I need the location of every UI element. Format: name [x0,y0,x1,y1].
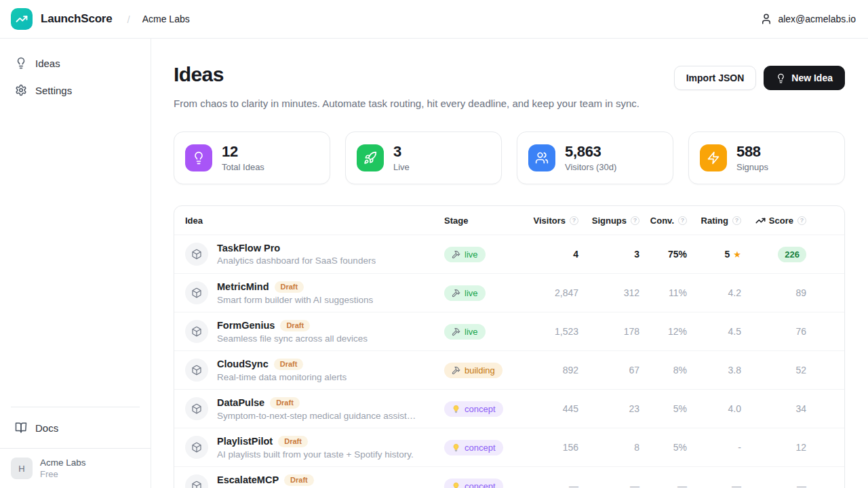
account-menu[interactable]: alex@acmelabs.io [760,13,856,25]
cell-rating: 3.8 [687,365,741,375]
idea-description: Symptom-to-next-step medical guidance as… [217,411,416,421]
user-email: alex@acmelabs.io [778,14,856,24]
help-icon[interactable]: ? [678,216,687,225]
stat-value: 588 [736,144,768,160]
cell-signups: 23 [578,403,639,414]
stage-badge: live [444,324,486,340]
table-row[interactable]: TaskFlow Pro Analytics dashboard for Saa… [174,235,844,273]
help-icon[interactable]: ? [631,216,639,225]
sidebar-item-label: Docs [35,422,58,434]
stat-icon-box [700,144,727,171]
cell-score: 89 [741,287,806,298]
breadcrumb-separator: / [127,14,130,25]
column-header-score: Score? [741,216,806,226]
import-json-button[interactable]: Import JSON [674,66,757,90]
cell-rating: - [687,442,741,453]
stat-value: 3 [393,144,410,160]
sidebar-item-label: Settings [35,85,72,96]
cell-score: 76 [741,326,806,337]
cell-conv: 11% [639,287,687,298]
draft-badge: Draft [278,436,308,447]
draft-badge: Draft [275,281,304,293]
idea-name: TaskFlow Pro [217,243,280,253]
app-logo[interactable] [11,8,33,30]
stat-icon [192,151,205,165]
stat-icon [535,151,549,165]
stage-badge: concept [444,401,503,417]
top-bar: LaunchScore / Acme Labs alex@acmelabs.io [0,0,868,39]
cell-signups: 3 [578,249,639,260]
idea-name: PlaylistPilot [217,436,273,447]
cell-score: 34 [741,403,806,414]
star-icon: ★ [733,249,741,260]
stage-icon [452,366,460,375]
score-value: 34 [795,403,806,414]
help-icon[interactable]: ? [797,216,806,225]
table-row[interactable]: DataPulse Draft Symptom-to-next-step med… [174,389,844,428]
stage-label: concept [465,481,496,488]
idea-description: AI playlists built from your taste + Spo… [217,449,414,460]
breadcrumb-workspace[interactable]: Acme Labs [142,14,190,24]
score-value: 226 [778,247,806,262]
draft-badge: Draft [280,320,310,331]
table-row[interactable]: PlaylistPilot Draft AI playlists built f… [174,428,844,466]
stage-icon [452,250,460,259]
cell-conv: 75% [639,249,687,260]
score-value: 12 [795,442,806,453]
column-header-visitors: Visitors? [517,216,578,226]
org-plan-badge: Free [40,469,86,479]
cell-score: — [741,481,806,488]
stage-label: live [465,288,478,298]
stat-card: 5,863 Visitors (30d) [517,131,673,184]
idea-name: FormGenius [217,320,275,331]
rating-value: 3.8 [728,365,741,375]
cell-visitors: 1,523 [517,326,578,337]
stat-card: 588 Signups [688,131,845,184]
page-title: Ideas [174,63,224,86]
stage-label: live [465,327,478,337]
trending-up-icon [16,13,28,25]
stage-icon [452,327,460,336]
cell-rating: 4.2 [687,287,741,298]
lightbulb-icon [15,57,27,69]
cell-visitors: — [517,481,578,488]
stat-icon [363,151,377,165]
column-header-stage: Stage [444,216,517,226]
new-idea-label: New Idea [791,73,833,83]
column-header-rating: Rating? [687,216,741,226]
sidebar-item-settings[interactable]: Settings [8,78,142,102]
cell-signups: 178 [578,326,639,337]
stage-badge: live [444,247,486,262]
package-icon [185,281,208,304]
cell-visitors: 4 [517,249,578,260]
column-header-conv: Conv.? [639,216,687,226]
stat-label: Signups [736,162,768,172]
table-row[interactable]: EscalateMCP Draft Escalate unsolved codi… [174,466,844,488]
sidebar: Ideas Settings Docs H Acme Labs Free [0,39,151,488]
score-value: — [797,481,806,488]
stat-value: 12 [222,144,264,160]
idea-description: Real-time data monitoring alerts [217,372,347,382]
org-switcher[interactable]: H Acme Labs Free [0,448,151,488]
cell-score: 12 [741,442,806,453]
stage-label: building [465,365,495,375]
table-row[interactable]: MetricMind Draft Smart form builder with… [174,273,844,312]
help-icon[interactable]: ? [570,216,578,225]
package-icon [185,320,208,343]
draft-badge: Draft [284,474,314,486]
stage-badge: concept [444,479,503,488]
help-icon[interactable]: ? [732,216,741,225]
cell-visitors: 2,847 [517,287,578,298]
stage-icon [452,289,460,298]
sidebar-item-docs[interactable]: Docs [8,415,142,440]
score-value: 76 [795,326,806,337]
table-row[interactable]: FormGenius Draft Seamless file sync acro… [174,312,844,350]
stage-icon [452,482,460,488]
new-idea-button[interactable]: New Idea [764,66,845,90]
score-value: 89 [795,287,806,298]
book-icon [15,422,27,434]
stat-icon-box [185,144,212,171]
cell-conv: 5% [639,442,687,453]
sidebar-item-ideas[interactable]: Ideas [8,51,142,75]
table-row[interactable]: CloudSync Draft Real-time data monitorin… [174,350,844,389]
